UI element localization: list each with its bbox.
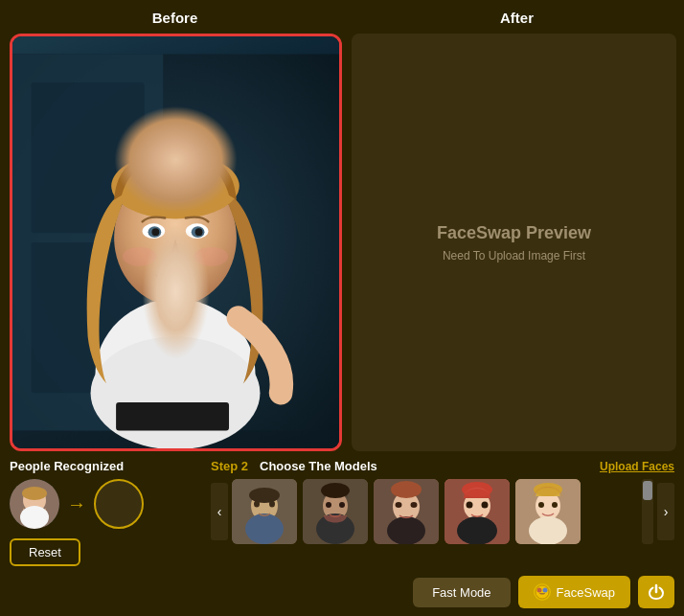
svg-point-8 [114,170,237,306]
after-panel-subtitle: Need To Upload Image First [443,249,585,262]
svg-point-38 [396,502,402,508]
models-section: Step 2 Choose The Models Upload Faces ‹ [211,459,674,544]
target-face-circle[interactable] [94,479,144,529]
carousel-scrollbar[interactable] [642,479,653,544]
svg-point-51 [552,502,558,508]
bottom-row: People Recognized → Reset [0,451,684,566]
svg-point-13 [192,226,205,238]
app-container: Before After [0,0,684,616]
after-panel-title: FaceSwap Preview [437,223,591,243]
after-panel: FaceSwap Preview Need To Upload Image Fi… [352,34,676,451]
source-face-svg [10,479,59,529]
svg-point-27 [269,501,275,508]
svg-point-54 [542,588,547,593]
before-image [12,36,339,448]
fast-mode-button[interactable]: Fast Mode [413,578,510,607]
svg-point-50 [538,502,544,508]
header-row: Before After [0,0,684,34]
svg-point-24 [245,513,284,544]
carousel-next-button[interactable]: › [657,483,674,540]
after-header: After [350,10,684,26]
svg-point-45 [482,502,489,509]
faceswap-button[interactable]: FaceSwap [518,576,630,608]
upload-faces-link[interactable]: Upload Faces [600,460,674,473]
svg-point-33 [339,502,345,508]
faceswap-label: FaceSwap [557,585,615,600]
svg-point-12 [148,226,162,238]
svg-point-32 [326,502,331,508]
panels-row: FaceSwap Preview Need To Upload Image Fi… [0,34,684,451]
svg-point-5 [91,336,261,448]
people-section: People Recognized → Reset [10,459,201,566]
svg-point-31 [321,483,350,498]
model-thumb-5[interactable] [515,479,581,544]
arrow-icon: → [67,493,86,515]
svg-point-14 [151,228,159,236]
model-thumb-1[interactable] [232,479,297,544]
power-icon [648,583,665,601]
reset-button[interactable]: Reset [10,538,80,566]
svg-point-43 [462,482,492,497]
models-list [232,479,636,544]
footer-row: Fast Mode FaceSwap [0,566,684,616]
step2-label: Step 2 [211,459,248,473]
svg-point-53 [536,588,541,593]
svg-point-9 [111,153,239,219]
svg-point-39 [411,502,418,508]
svg-point-26 [254,501,260,508]
before-photo-svg [12,36,339,448]
svg-rect-2 [32,82,145,233]
svg-point-52 [536,585,549,599]
svg-point-37 [391,481,422,498]
model-thumb-4[interactable] [445,479,510,544]
people-title: People Recognized [10,459,201,473]
svg-point-15 [195,228,203,236]
svg-point-36 [387,516,425,544]
scrollbar-thumb [643,481,652,500]
carousel-wrapper: ‹ [211,479,674,544]
svg-point-42 [457,516,497,544]
svg-point-11 [186,223,209,239]
model-thumb-2[interactable] [303,479,368,544]
svg-point-48 [529,516,567,544]
models-header: Step 2 Choose The Models Upload Faces [211,459,674,473]
faceswap-icon [534,583,551,601]
before-panel[interactable] [10,34,342,451]
before-header: Before [0,10,350,26]
svg-point-20 [20,506,49,529]
people-faces-row: → [10,479,201,529]
svg-point-25 [249,488,280,503]
source-face-circle [10,479,59,529]
svg-point-16 [123,247,156,266]
model-thumb-3[interactable] [374,479,439,544]
carousel-prev-button[interactable]: ‹ [211,483,228,540]
svg-point-17 [194,247,228,266]
power-button[interactable] [638,576,674,608]
svg-point-44 [467,502,473,509]
svg-point-21 [22,487,47,500]
svg-point-10 [143,223,166,239]
svg-rect-7 [158,275,192,322]
choose-models-label: Choose The Models [260,459,377,473]
svg-point-49 [534,483,562,496]
svg-rect-6 [116,402,229,430]
